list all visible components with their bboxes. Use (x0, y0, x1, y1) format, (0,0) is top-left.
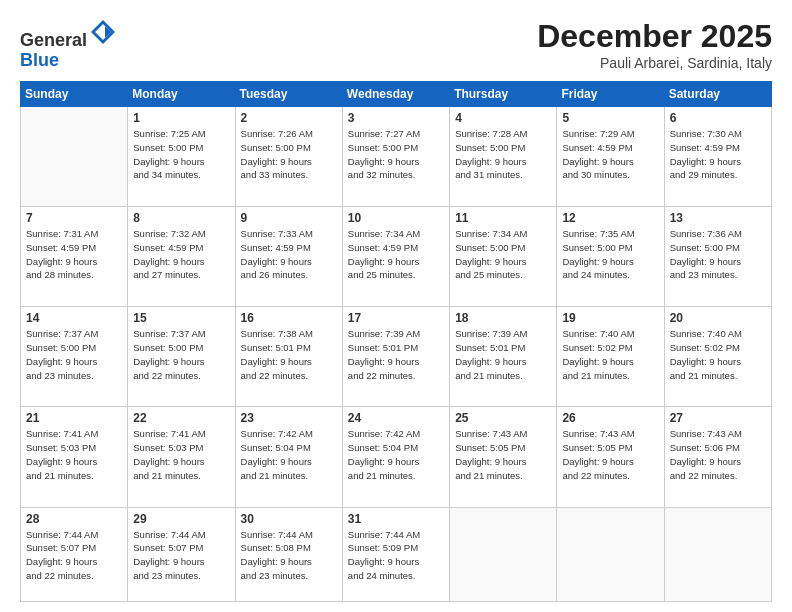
logo-icon (89, 18, 117, 46)
month-title: December 2025 (537, 18, 772, 55)
calendar-week-row: 7Sunrise: 7:31 AMSunset: 4:59 PMDaylight… (21, 207, 772, 307)
calendar-cell: 12Sunrise: 7:35 AMSunset: 5:00 PMDayligh… (557, 207, 664, 307)
calendar-week-row: 21Sunrise: 7:41 AMSunset: 5:03 PMDayligh… (21, 407, 772, 507)
weekday-header: Friday (557, 82, 664, 107)
calendar-cell: 16Sunrise: 7:38 AMSunset: 5:01 PMDayligh… (235, 307, 342, 407)
calendar-week-row: 28Sunrise: 7:44 AMSunset: 5:07 PMDayligh… (21, 507, 772, 601)
day-info: Sunrise: 7:41 AMSunset: 5:03 PMDaylight:… (26, 427, 122, 482)
calendar-cell: 18Sunrise: 7:39 AMSunset: 5:01 PMDayligh… (450, 307, 557, 407)
day-number: 16 (241, 311, 337, 325)
day-number: 17 (348, 311, 444, 325)
day-info: Sunrise: 7:33 AMSunset: 4:59 PMDaylight:… (241, 227, 337, 282)
day-number: 7 (26, 211, 122, 225)
day-info: Sunrise: 7:27 AMSunset: 5:00 PMDaylight:… (348, 127, 444, 182)
calendar-cell: 22Sunrise: 7:41 AMSunset: 5:03 PMDayligh… (128, 407, 235, 507)
day-info: Sunrise: 7:42 AMSunset: 5:04 PMDaylight:… (241, 427, 337, 482)
calendar-cell: 3Sunrise: 7:27 AMSunset: 5:00 PMDaylight… (342, 107, 449, 207)
day-number: 23 (241, 411, 337, 425)
calendar-cell: 13Sunrise: 7:36 AMSunset: 5:00 PMDayligh… (664, 207, 771, 307)
day-info: Sunrise: 7:37 AMSunset: 5:00 PMDaylight:… (26, 327, 122, 382)
weekday-header: Wednesday (342, 82, 449, 107)
day-info: Sunrise: 7:31 AMSunset: 4:59 PMDaylight:… (26, 227, 122, 282)
day-number: 2 (241, 111, 337, 125)
day-number: 29 (133, 512, 229, 526)
calendar-cell (21, 107, 128, 207)
calendar-cell: 17Sunrise: 7:39 AMSunset: 5:01 PMDayligh… (342, 307, 449, 407)
day-info: Sunrise: 7:34 AMSunset: 5:00 PMDaylight:… (455, 227, 551, 282)
day-info: Sunrise: 7:36 AMSunset: 5:00 PMDaylight:… (670, 227, 766, 282)
calendar-cell: 24Sunrise: 7:42 AMSunset: 5:04 PMDayligh… (342, 407, 449, 507)
weekday-header: Tuesday (235, 82, 342, 107)
calendar-cell: 6Sunrise: 7:30 AMSunset: 4:59 PMDaylight… (664, 107, 771, 207)
calendar-page: General Blue December 2025 Pauli Arbarei… (0, 0, 792, 612)
calendar-cell: 14Sunrise: 7:37 AMSunset: 5:00 PMDayligh… (21, 307, 128, 407)
day-info: Sunrise: 7:44 AMSunset: 5:07 PMDaylight:… (133, 528, 229, 583)
day-number: 27 (670, 411, 766, 425)
day-info: Sunrise: 7:43 AMSunset: 5:06 PMDaylight:… (670, 427, 766, 482)
day-info: Sunrise: 7:42 AMSunset: 5:04 PMDaylight:… (348, 427, 444, 482)
calendar-cell: 1Sunrise: 7:25 AMSunset: 5:00 PMDaylight… (128, 107, 235, 207)
weekday-header: Monday (128, 82, 235, 107)
calendar-cell: 21Sunrise: 7:41 AMSunset: 5:03 PMDayligh… (21, 407, 128, 507)
day-number: 19 (562, 311, 658, 325)
calendar-cell: 19Sunrise: 7:40 AMSunset: 5:02 PMDayligh… (557, 307, 664, 407)
day-number: 13 (670, 211, 766, 225)
day-number: 21 (26, 411, 122, 425)
calendar-week-row: 1Sunrise: 7:25 AMSunset: 5:00 PMDaylight… (21, 107, 772, 207)
day-number: 14 (26, 311, 122, 325)
calendar-cell: 28Sunrise: 7:44 AMSunset: 5:07 PMDayligh… (21, 507, 128, 601)
day-info: Sunrise: 7:40 AMSunset: 5:02 PMDaylight:… (670, 327, 766, 382)
day-info: Sunrise: 7:29 AMSunset: 4:59 PMDaylight:… (562, 127, 658, 182)
calendar-cell: 29Sunrise: 7:44 AMSunset: 5:07 PMDayligh… (128, 507, 235, 601)
weekday-header: Sunday (21, 82, 128, 107)
day-number: 15 (133, 311, 229, 325)
calendar-cell: 15Sunrise: 7:37 AMSunset: 5:00 PMDayligh… (128, 307, 235, 407)
logo-general-text: General (20, 30, 87, 50)
title-block: December 2025 Pauli Arbarei, Sardinia, I… (537, 18, 772, 71)
calendar-cell: 31Sunrise: 7:44 AMSunset: 5:09 PMDayligh… (342, 507, 449, 601)
logo-blue-text: Blue (20, 50, 59, 70)
day-info: Sunrise: 7:40 AMSunset: 5:02 PMDaylight:… (562, 327, 658, 382)
day-info: Sunrise: 7:35 AMSunset: 5:00 PMDaylight:… (562, 227, 658, 282)
day-number: 24 (348, 411, 444, 425)
calendar-cell: 20Sunrise: 7:40 AMSunset: 5:02 PMDayligh… (664, 307, 771, 407)
calendar-cell (557, 507, 664, 601)
day-number: 30 (241, 512, 337, 526)
day-info: Sunrise: 7:43 AMSunset: 5:05 PMDaylight:… (455, 427, 551, 482)
day-number: 11 (455, 211, 551, 225)
calendar-cell: 11Sunrise: 7:34 AMSunset: 5:00 PMDayligh… (450, 207, 557, 307)
location: Pauli Arbarei, Sardinia, Italy (537, 55, 772, 71)
day-number: 28 (26, 512, 122, 526)
day-number: 4 (455, 111, 551, 125)
calendar-cell: 4Sunrise: 7:28 AMSunset: 5:00 PMDaylight… (450, 107, 557, 207)
weekday-header-row: SundayMondayTuesdayWednesdayThursdayFrid… (21, 82, 772, 107)
day-info: Sunrise: 7:44 AMSunset: 5:09 PMDaylight:… (348, 528, 444, 583)
weekday-header: Thursday (450, 82, 557, 107)
logo: General Blue (20, 18, 117, 71)
calendar-cell: 5Sunrise: 7:29 AMSunset: 4:59 PMDaylight… (557, 107, 664, 207)
day-number: 8 (133, 211, 229, 225)
calendar-cell: 23Sunrise: 7:42 AMSunset: 5:04 PMDayligh… (235, 407, 342, 507)
day-info: Sunrise: 7:41 AMSunset: 5:03 PMDaylight:… (133, 427, 229, 482)
calendar-cell: 10Sunrise: 7:34 AMSunset: 4:59 PMDayligh… (342, 207, 449, 307)
day-number: 5 (562, 111, 658, 125)
day-number: 12 (562, 211, 658, 225)
calendar-cell: 26Sunrise: 7:43 AMSunset: 5:05 PMDayligh… (557, 407, 664, 507)
day-info: Sunrise: 7:34 AMSunset: 4:59 PMDaylight:… (348, 227, 444, 282)
calendar-cell (664, 507, 771, 601)
day-info: Sunrise: 7:38 AMSunset: 5:01 PMDaylight:… (241, 327, 337, 382)
day-number: 20 (670, 311, 766, 325)
calendar-cell: 9Sunrise: 7:33 AMSunset: 4:59 PMDaylight… (235, 207, 342, 307)
day-number: 6 (670, 111, 766, 125)
day-number: 9 (241, 211, 337, 225)
day-info: Sunrise: 7:26 AMSunset: 5:00 PMDaylight:… (241, 127, 337, 182)
day-number: 1 (133, 111, 229, 125)
day-number: 3 (348, 111, 444, 125)
calendar-body: 1Sunrise: 7:25 AMSunset: 5:00 PMDaylight… (21, 107, 772, 602)
day-number: 22 (133, 411, 229, 425)
day-number: 10 (348, 211, 444, 225)
day-info: Sunrise: 7:39 AMSunset: 5:01 PMDaylight:… (455, 327, 551, 382)
day-info: Sunrise: 7:44 AMSunset: 5:07 PMDaylight:… (26, 528, 122, 583)
day-number: 31 (348, 512, 444, 526)
day-info: Sunrise: 7:28 AMSunset: 5:00 PMDaylight:… (455, 127, 551, 182)
